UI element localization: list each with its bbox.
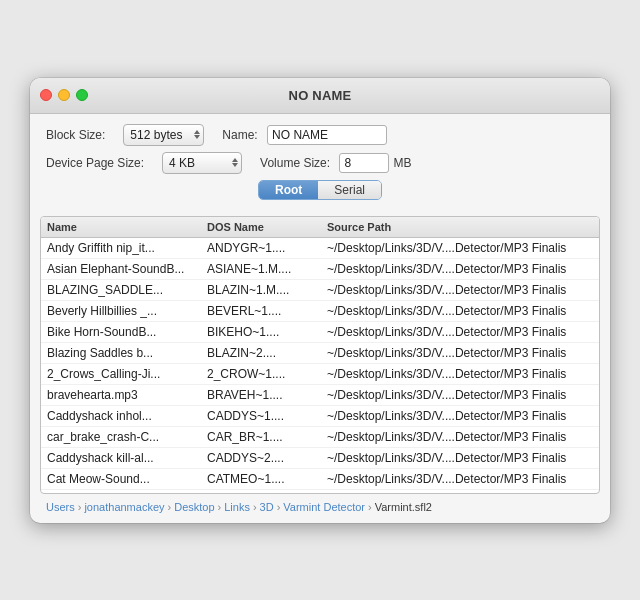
cell-name: David Bowie Grou... xyxy=(41,492,201,493)
tab-serial[interactable]: Serial xyxy=(318,181,381,199)
device-page-size-label: Device Page Size: xyxy=(46,156,144,170)
device-page-size-select-wrapper: 4 KB 8 KB 16 KB xyxy=(162,152,242,174)
breadcrumb-item[interactable]: jonathanmackey xyxy=(84,501,164,513)
breadcrumb-item[interactable]: Links xyxy=(224,501,250,513)
cell-dos: CAR_BR~1.... xyxy=(201,429,321,445)
table-row[interactable]: BLAZING_SADDLE... BLAZIN~1.M.... ~/Deskt… xyxy=(41,280,599,301)
cell-dos: CADDYS~2.... xyxy=(201,450,321,466)
table-row[interactable]: Bike Horn-SoundB... BIKEHO~1.... ~/Deskt… xyxy=(41,322,599,343)
name-label: Name: xyxy=(222,128,257,142)
toolbar-row-2: Device Page Size: 4 KB 8 KB 16 KB Volume… xyxy=(46,152,594,174)
table-row[interactable]: Andy Griffith nip_it... ANDYGR~1.... ~/D… xyxy=(41,238,599,259)
cell-dos: BEVERL~1.... xyxy=(201,303,321,319)
cell-dos: BLAZIN~1.M.... xyxy=(201,282,321,298)
block-size-select[interactable]: 512 bytes 1 KB 2 KB 4 KB xyxy=(123,124,204,146)
cell-name: 2_Crows_Calling-Ji... xyxy=(41,366,201,382)
breadcrumb-item[interactable]: Varmint Detector xyxy=(283,501,365,513)
maximize-button[interactable] xyxy=(76,89,88,101)
device-page-size-select[interactable]: 4 KB 8 KB 16 KB xyxy=(162,152,242,174)
breadcrumb-separator: › xyxy=(78,501,82,513)
file-list: Name DOS Name Source Path Andy Griffith … xyxy=(40,216,600,494)
breadcrumb-separator: › xyxy=(168,501,172,513)
block-size-select-wrapper: 512 bytes 1 KB 2 KB 4 KB xyxy=(123,124,204,146)
cell-source: ~/Desktop/Links/3D/V....Detector/MP3 Fin… xyxy=(321,366,599,382)
cell-name: Caddyshack kill-al... xyxy=(41,450,201,466)
cell-dos: ASIANE~1.M.... xyxy=(201,261,321,277)
table-row[interactable]: Beverly Hillbillies _... BEVERL~1.... ~/… xyxy=(41,301,599,322)
breadcrumb-item[interactable]: 3D xyxy=(260,501,274,513)
cell-source: ~/Desktop/Links/3D/V....Detector/MP3 Fin… xyxy=(321,450,599,466)
cell-source: ~/Desktop/Links/3D/V....Detector/MP3 Fin… xyxy=(321,240,599,256)
cell-dos: DAVIDB~1.... xyxy=(201,492,321,493)
volume-size-input[interactable] xyxy=(339,153,389,173)
breadcrumb-separator: › xyxy=(218,501,222,513)
cell-source: ~/Desktop/Links/3D/V....Detector/MP3 Fin… xyxy=(321,429,599,445)
table-row[interactable]: 2_Crows_Calling-Ji... 2_CROW~1.... ~/Des… xyxy=(41,364,599,385)
cell-dos: BIKEHO~1.... xyxy=(201,324,321,340)
cell-dos: BLAZIN~2.... xyxy=(201,345,321,361)
toolbar: Block Size: 512 bytes 1 KB 2 KB 4 KB Nam… xyxy=(30,114,610,216)
close-button[interactable] xyxy=(40,89,52,101)
cell-dos: 2_CROW~1.... xyxy=(201,366,321,382)
cell-name: Andy Griffith nip_it... xyxy=(41,240,201,256)
cell-name: car_brake_crash-C... xyxy=(41,429,201,445)
table-row[interactable]: Caddyshack inhol... CADDYS~1.... ~/Deskt… xyxy=(41,406,599,427)
cell-name: bravehearta.mp3 xyxy=(41,387,201,403)
table-row[interactable]: Cat Meow-Sound... CATMEO~1.... ~/Desktop… xyxy=(41,469,599,490)
traffic-lights xyxy=(40,89,88,101)
col-header-name: Name xyxy=(41,220,201,234)
file-list-body: Andy Griffith nip_it... ANDYGR~1.... ~/D… xyxy=(41,238,599,493)
cell-name: Beverly Hillbillies _... xyxy=(41,303,201,319)
tab-root[interactable]: Root xyxy=(259,181,318,199)
block-size-label: Block Size: xyxy=(46,128,105,142)
cell-source: ~/Desktop/Links/3D/V....Detector/MP3 Fin… xyxy=(321,387,599,403)
cell-dos: CATMEO~1.... xyxy=(201,471,321,487)
cell-name: Asian Elephant-SoundB... xyxy=(41,261,201,277)
cell-name: Cat Meow-Sound... xyxy=(41,471,201,487)
minimize-button[interactable] xyxy=(58,89,70,101)
cell-name: BLAZING_SADDLE... xyxy=(41,282,201,298)
volume-size-label: Volume Size: xyxy=(260,156,330,170)
cell-name: Blazing Saddles b... xyxy=(41,345,201,361)
breadcrumb-item: Varmint.sfl2 xyxy=(375,501,432,513)
table-row[interactable]: Blazing Saddles b... BLAZIN~2.... ~/Desk… xyxy=(41,343,599,364)
main-window: NO NAME Block Size: 512 bytes 1 KB 2 KB … xyxy=(30,78,610,523)
tab-group: Root Serial xyxy=(258,180,382,200)
table-row[interactable]: bravehearta.mp3 BRAVEH~1.... ~/Desktop/L… xyxy=(41,385,599,406)
table-row[interactable]: David Bowie Grou... DAVIDB~1.... ~/Deskt… xyxy=(41,490,599,493)
cell-source: ~/Desktop/Links/3D/V....Detector/MP3 Fin… xyxy=(321,303,599,319)
table-row[interactable]: Asian Elephant-SoundB... ASIANE~1.M.... … xyxy=(41,259,599,280)
cell-source: ~/Desktop/Links/3D/V....Detector/MP3 Fin… xyxy=(321,324,599,340)
cell-dos: BRAVEH~1.... xyxy=(201,387,321,403)
cell-source: ~/Desktop/Links/3D/V....Detector/MP3 Fin… xyxy=(321,282,599,298)
cell-source: ~/Desktop/Links/3D/V....Detector/MP3 Fin… xyxy=(321,261,599,277)
breadcrumb-separator: › xyxy=(368,501,372,513)
volume-size-unit: MB xyxy=(393,156,411,170)
tabs-row: Root Serial xyxy=(46,180,594,200)
cell-dos: ANDYGR~1.... xyxy=(201,240,321,256)
cell-source: ~/Desktop/Links/3D/V....Detector/MP3 Fin… xyxy=(321,408,599,424)
table-row[interactable]: Caddyshack kill-al... CADDYS~2.... ~/Des… xyxy=(41,448,599,469)
cell-source: ~/Desktop/Links/3D/V....Detector/MP3 Fin… xyxy=(321,492,599,493)
cell-name: Bike Horn-SoundB... xyxy=(41,324,201,340)
cell-dos: CADDYS~1.... xyxy=(201,408,321,424)
cell-name: Caddyshack inhol... xyxy=(41,408,201,424)
breadcrumb: Users›jonathanmackey›Desktop›Links›3D›Va… xyxy=(30,494,610,523)
col-header-dos-name: DOS Name xyxy=(201,220,321,234)
window-title: NO NAME xyxy=(289,88,352,103)
file-list-header: Name DOS Name Source Path xyxy=(41,217,599,238)
breadcrumb-separator: › xyxy=(253,501,257,513)
breadcrumb-item[interactable]: Desktop xyxy=(174,501,214,513)
col-header-source-path: Source Path xyxy=(321,220,599,234)
cell-source: ~/Desktop/Links/3D/V....Detector/MP3 Fin… xyxy=(321,471,599,487)
breadcrumb-separator: › xyxy=(277,501,281,513)
table-row[interactable]: car_brake_crash-C... CAR_BR~1.... ~/Desk… xyxy=(41,427,599,448)
cell-source: ~/Desktop/Links/3D/V....Detector/MP3 Fin… xyxy=(321,345,599,361)
name-input[interactable] xyxy=(267,125,387,145)
toolbar-row-1: Block Size: 512 bytes 1 KB 2 KB 4 KB Nam… xyxy=(46,124,594,146)
titlebar: NO NAME xyxy=(30,78,610,114)
breadcrumb-item[interactable]: Users xyxy=(46,501,75,513)
